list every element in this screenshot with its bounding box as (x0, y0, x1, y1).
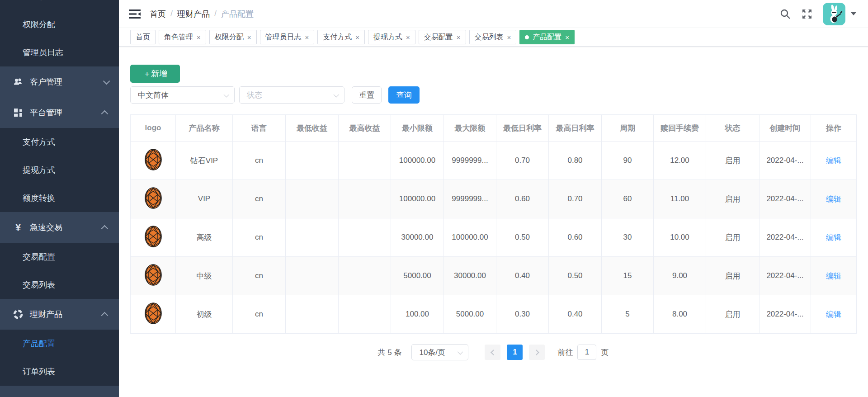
caret-down-icon[interactable] (851, 12, 856, 15)
sidebar-item-提现方式[interactable]: 提现方式 (0, 156, 119, 184)
column-header-最大限额: 最大限额 (444, 115, 496, 142)
page-size-value: 10条/页 (419, 347, 445, 358)
action-cell: 编辑 (811, 218, 857, 257)
edit-link[interactable]: 编辑 (826, 233, 841, 242)
sidebar-item-权限分配[interactable]: 权限分配 (0, 10, 119, 38)
sidebar-item-平台管理[interactable]: 平台管理 (0, 97, 119, 128)
tag-产品配置[interactable]: 产品配置× (519, 30, 575, 44)
tag-提现方式[interactable]: 提现方式× (368, 30, 415, 44)
column-header-最低收益: 最低收益 (286, 115, 339, 142)
column-header-最低日利率: 最低日利率 (496, 115, 549, 142)
gem-logo (144, 279, 162, 288)
tag-交易列表[interactable]: 交易列表× (469, 30, 517, 44)
period-cell: 5 (602, 295, 654, 334)
tag-label: 交易配置 (424, 33, 453, 42)
language-select[interactable]: 中文简体 (130, 86, 235, 104)
status-select-placeholder: 状态 (247, 90, 262, 100)
product-logo-cell (131, 180, 176, 218)
chevron-down-icon (458, 349, 463, 354)
product-logo-cell (131, 218, 176, 257)
status-select[interactable]: 状态 (239, 86, 344, 104)
content: ＋新增 中文简体 状态 重置 查询 logo产品名称语言最低收益最高收益最小限额… (119, 47, 868, 360)
edit-link[interactable]: 编辑 (826, 272, 841, 280)
next-page-button[interactable] (529, 345, 545, 360)
table-row: 高级cn30000.00100000.000.500.603010.00启用20… (131, 218, 857, 257)
navbar-actions (779, 3, 856, 25)
user-menu[interactable] (823, 3, 856, 25)
page-unit-label: 页 (601, 347, 609, 358)
sidebar-item-产品配置[interactable]: 产品配置 (0, 330, 119, 358)
hamburger-icon[interactable] (129, 8, 141, 20)
search-icon[interactable] (779, 8, 791, 20)
avatar[interactable] (823, 3, 845, 25)
tag-权限分配[interactable]: 权限分配× (209, 30, 257, 44)
max_amount-cell: 100000.00 (444, 218, 496, 257)
tag-交易配置[interactable]: 交易配置× (419, 30, 466, 44)
column-header-logo: logo (131, 115, 176, 142)
lang-cell: cn (233, 142, 286, 180)
breadcrumb-parent[interactable]: 理财产品 (177, 9, 210, 19)
page-number-button[interactable]: 1 (507, 345, 523, 360)
sidebar-item-订单列表[interactable]: 订单列表 (0, 358, 119, 386)
max_profit-cell (339, 142, 391, 180)
sidebar-item-label: 客户管理 (30, 76, 62, 87)
close-icon[interactable]: × (247, 34, 251, 41)
column-header-最高收益: 最高收益 (339, 115, 391, 142)
app-window: 角色管理权限分配管理员日志客户管理平台管理支付方式提现方式额度转换¥急速交易交易… (0, 0, 868, 397)
action-cell: 编辑 (811, 295, 857, 334)
max_amount-cell: 9999999... (444, 142, 496, 180)
query-button[interactable]: 查询 (388, 86, 420, 104)
table-row: 初级cn100.005000.000.300.4058.00启用2022-04-… (131, 295, 857, 334)
breadcrumb: 首页 / 理财产品 / 产品配置 (150, 9, 254, 19)
status-cell: 启用 (706, 257, 760, 295)
close-icon[interactable]: × (355, 34, 359, 41)
page-size-select[interactable]: 10条/页 (411, 344, 468, 360)
sidebar-item-label: 交易配置 (23, 251, 55, 262)
yen-icon: ¥ (13, 222, 24, 233)
sidebar-item-partial[interactable] (0, 386, 119, 397)
sidebar-item-交易列表[interactable]: 交易列表 (0, 271, 119, 299)
max_profit-cell (339, 218, 391, 257)
tag-支付方式[interactable]: 支付方式× (317, 30, 365, 44)
tag-管理员日志[interactable]: 管理员日志× (260, 30, 315, 44)
sidebar-item-角色管理[interactable]: 角色管理 (0, 0, 119, 10)
tag-首页[interactable]: 首页 (130, 30, 156, 44)
sidebar-item-label: 平台管理 (30, 107, 62, 118)
table-row: 钻石VIPcn100000.009999999...0.700.809012.0… (131, 142, 857, 180)
sidebar-item-交易配置[interactable]: 交易配置 (0, 243, 119, 271)
prev-page-button[interactable] (485, 345, 500, 360)
fullscreen-icon[interactable] (801, 8, 813, 20)
close-icon[interactable]: × (507, 34, 511, 41)
tag-角色管理[interactable]: 角色管理× (159, 30, 206, 44)
close-icon[interactable]: × (305, 34, 309, 41)
name-cell: 中级 (176, 257, 233, 295)
close-icon[interactable]: × (565, 34, 569, 41)
fee-cell: 11.00 (654, 180, 706, 218)
fee-cell: 12.00 (654, 142, 706, 180)
breadcrumb-home[interactable]: 首页 (150, 9, 166, 19)
max_rate-cell: 0.60 (549, 218, 602, 257)
close-icon[interactable]: × (406, 34, 410, 41)
reset-button[interactable]: 重置 (352, 86, 382, 104)
sidebar-item-客户管理[interactable]: 客户管理 (0, 66, 119, 97)
add-button[interactable]: ＋新增 (130, 65, 180, 83)
sidebar-item-急速交易[interactable]: ¥急速交易 (0, 212, 119, 243)
sidebar-item-理财产品[interactable]: 理财产品 (0, 299, 119, 330)
close-icon[interactable]: × (197, 34, 201, 41)
close-icon[interactable]: × (457, 34, 461, 41)
edit-link[interactable]: 编辑 (826, 310, 841, 319)
edit-link[interactable]: 编辑 (826, 156, 841, 165)
goto-page-input[interactable] (577, 345, 596, 360)
gem-logo (144, 164, 162, 173)
sidebar-item-支付方式[interactable]: 支付方式 (0, 128, 119, 156)
max_profit-cell (339, 180, 391, 218)
name-cell: VIP (176, 180, 233, 218)
min_amount-cell: 100.00 (391, 295, 444, 334)
filter-row: 中文简体 状态 重置 查询 (130, 86, 856, 104)
sidebar-item-额度转换[interactable]: 额度转换 (0, 184, 119, 212)
product-logo-cell (131, 295, 176, 334)
sidebar-item-管理员日志[interactable]: 管理员日志 (0, 38, 119, 66)
max_profit-cell (339, 295, 391, 334)
min_profit-cell (286, 257, 339, 295)
edit-link[interactable]: 编辑 (826, 195, 841, 203)
